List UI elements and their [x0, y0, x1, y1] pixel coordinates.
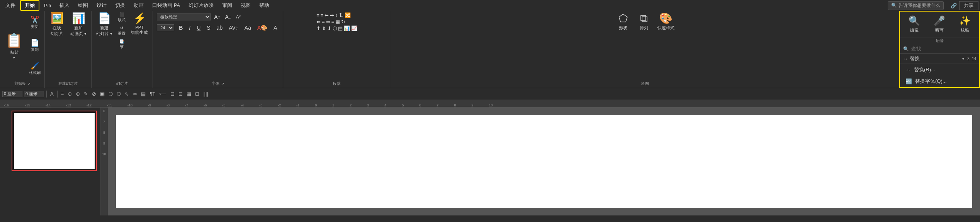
font-size-increase-button[interactable]: A↑: [212, 13, 222, 21]
list-decrease-button[interactable]: ⬅: [324, 12, 329, 18]
replace-header[interactable]: ↔ 替换 ▾ 3 14: [900, 54, 979, 64]
menu-item-draw[interactable]: 绘图: [74, 1, 92, 10]
menu-item-insert[interactable]: 插入: [56, 1, 73, 10]
font-size-select[interactable]: 24: [157, 24, 174, 31]
menu-item-design[interactable]: 设计: [93, 1, 110, 10]
menu-item-pocket-animate[interactable]: 口袋动画 PA: [148, 1, 184, 10]
shape-button[interactable]: ⬠ 形状: [613, 12, 633, 32]
italic-button[interactable]: I: [187, 24, 192, 32]
menu-item-review[interactable]: 审阅: [218, 1, 236, 10]
menu-item-slideshow[interactable]: 幻灯片放映: [185, 1, 217, 10]
align-right-button[interactable]: ➡: [326, 19, 330, 25]
hex1-toolbar-btn[interactable]: ⬡: [107, 90, 114, 98]
copy-button[interactable]: 📄 复制: [27, 39, 42, 53]
align-top-button[interactable]: ⬆: [316, 25, 321, 31]
right-box-toolbar-btn[interactable]: ⊡: [194, 90, 200, 98]
replace-item[interactable]: ↔ 替换(R)...: [900, 64, 979, 76]
cool-button[interactable]: ✨ 炫酷: [955, 14, 975, 35]
paste-button[interactable]: 📋 粘贴 ▾: [2, 12, 26, 80]
section-button[interactable]: 📑 节: [116, 39, 127, 50]
new-animation-button[interactable]: 📊 新加动画页 ▾: [68, 12, 89, 38]
share-button[interactable]: 共享: [959, 1, 978, 10]
edit-button[interactable]: 🔍 编辑: [905, 14, 924, 35]
grid-toolbar-btn[interactable]: ▣: [99, 90, 106, 98]
list-toolbar-btn[interactable]: ≡: [60, 90, 65, 98]
menu-item-help[interactable]: 帮助: [255, 1, 273, 10]
hex2-toolbar-btn[interactable]: ⬡: [115, 90, 122, 98]
char-spacing-button[interactable]: AV↕: [227, 24, 240, 32]
align-middle-button[interactable]: ⇕: [322, 25, 326, 31]
menu-item-file[interactable]: 文件: [2, 1, 19, 10]
strikethrough-alt-button[interactable]: ab: [215, 24, 224, 32]
slide-thumbnail[interactable]: [12, 111, 97, 171]
circle-toolbar-btn[interactable]: ⊙: [66, 90, 73, 98]
minus-box-toolbar-btn[interactable]: ⊟: [169, 90, 176, 98]
pencil-toolbar-btn[interactable]: ✎: [83, 90, 89, 98]
align-left-button[interactable]: ⬅: [316, 19, 321, 25]
align-center-button[interactable]: ≡: [322, 19, 325, 25]
listen-button[interactable]: 🎤 听写: [930, 14, 949, 35]
coord2-input[interactable]: [24, 91, 44, 97]
smartart-button[interactable]: ⬡: [333, 25, 337, 31]
ppt-generate-button[interactable]: ⚡ PPT智能生成: [129, 12, 150, 37]
text-highlight-button[interactable]: A: [272, 24, 279, 32]
underline-button[interactable]: U: [195, 24, 202, 32]
align-justify-button[interactable]: ≡: [331, 19, 335, 25]
format-painter-button[interactable]: 🖌️ 格式刷: [27, 62, 42, 76]
table2-toolbar-btn[interactable]: ▦: [185, 90, 192, 98]
sort-button[interactable]: ⇅: [339, 12, 343, 18]
list-bullet-button[interactable]: ≡: [316, 12, 319, 18]
ruler-segment: [334, 107, 350, 107]
arrange-button[interactable]: ⧉ 排列: [634, 12, 654, 32]
clear-format-button[interactable]: Aᶜ: [234, 13, 242, 20]
font-expand-icon[interactable]: ↗: [221, 82, 224, 86]
menu-item-animate[interactable]: 动画: [130, 1, 148, 10]
menu-item-switch[interactable]: 切换: [111, 1, 129, 10]
cut-button[interactable]: ✂️ 剪切: [27, 15, 42, 30]
layout-button[interactable]: ⬛ 版式: [116, 12, 127, 24]
quick-style-button[interactable]: 🎨 快速样式: [655, 12, 677, 32]
text-direction-button[interactable]: ↻: [341, 19, 345, 25]
font-color-toolbar-btn[interactable]: A: [49, 90, 55, 98]
new-slide-button[interactable]: 📄 新建幻灯片 ▾: [94, 12, 115, 38]
align-bottom-button[interactable]: ⬇: [327, 25, 331, 31]
lines-toolbar-btn[interactable]: ▤: [140, 90, 147, 98]
table-button[interactable]: ▤: [338, 25, 343, 31]
coord1-input[interactable]: [2, 91, 22, 97]
line-spacing-button[interactable]: ↕: [335, 12, 338, 18]
font-size-decrease-button[interactable]: A↓: [223, 13, 233, 21]
inline-toolbar: A ≡ ⊙ ⊕ ✎ ⊘ ▣ ⬡ ⬡ ⇖ ⇔ ▤ ¶T ⟵ ⊟ ⊡ ▦ ⊡ ∥∥: [0, 88, 980, 100]
clipboard-expand-icon[interactable]: ↗: [27, 82, 31, 86]
layout-icon: ⬛: [119, 12, 124, 17]
flip-toolbar-btn[interactable]: ⇔: [132, 90, 138, 98]
para-toolbar-btn[interactable]: ¶T: [148, 90, 156, 98]
convert-smartart-button[interactable]: 🔀: [345, 12, 351, 18]
replace-font-item[interactable]: 🔤 替换字体(Q)...: [900, 76, 979, 87]
box-toolbar-btn[interactable]: ⊡: [177, 90, 184, 98]
menu-item-piti[interactable]: Piti: [40, 2, 55, 10]
bold-button[interactable]: B: [177, 24, 184, 32]
content-area[interactable]: [108, 108, 980, 215]
reset-button[interactable]: ↺ 重置: [116, 25, 127, 37]
bar-chart-button[interactable]: 📈: [351, 25, 357, 31]
online-slides-button[interactable]: 🖼️ 在线幻灯片: [47, 12, 66, 38]
column-button[interactable]: ▦: [335, 19, 340, 25]
plus-circle-toolbar-btn[interactable]: ⊕: [75, 90, 81, 98]
find-input[interactable]: [911, 46, 976, 52]
change-case-button[interactable]: Aa: [243, 24, 253, 32]
ruler-segment: [317, 107, 332, 107]
list-increase-button[interactable]: ➡: [330, 12, 334, 18]
menu-item-view[interactable]: 视图: [237, 1, 255, 10]
left-arrow-toolbar-btn[interactable]: ⟵: [158, 90, 168, 98]
menu-search[interactable]: 🔍 告诉我你想要做什么: [888, 1, 944, 10]
list-number-button[interactable]: ≡: [321, 12, 324, 18]
bars-toolbar-btn[interactable]: ∥∥: [202, 90, 210, 98]
font-color-button[interactable]: A🎨: [256, 24, 269, 32]
chart-button[interactable]: 📊: [344, 25, 350, 31]
ruler-segment: [369, 107, 384, 107]
menu-item-home[interactable]: 开始: [20, 0, 39, 11]
cursor-icon[interactable]: ⇖: [124, 90, 130, 98]
font-name-select[interactable]: 微软雅黑: [157, 13, 211, 20]
slash-circle-toolbar-btn[interactable]: ⊘: [91, 90, 97, 98]
strikethrough-button[interactable]: S: [205, 24, 212, 32]
